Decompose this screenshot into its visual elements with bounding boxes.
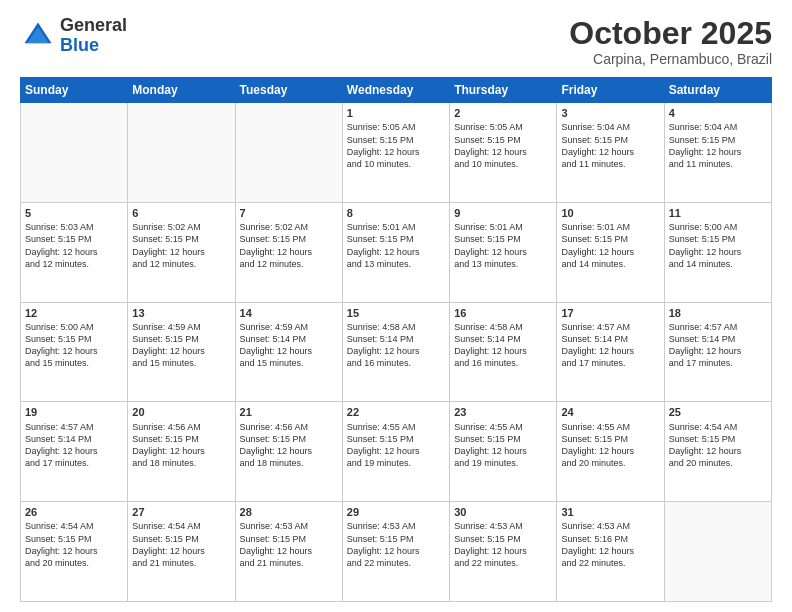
day-info: Sunrise: 4:53 AM Sunset: 5:15 PM Dayligh… [240, 520, 338, 569]
calendar-cell: 4Sunrise: 5:04 AM Sunset: 5:15 PM Daylig… [664, 103, 771, 203]
day-info: Sunrise: 4:53 AM Sunset: 5:15 PM Dayligh… [347, 520, 445, 569]
day-number: 30 [454, 505, 552, 519]
day-number: 22 [347, 405, 445, 419]
day-info: Sunrise: 5:01 AM Sunset: 5:15 PM Dayligh… [347, 221, 445, 270]
day-info: Sunrise: 4:57 AM Sunset: 5:14 PM Dayligh… [561, 321, 659, 370]
calendar-cell [664, 502, 771, 602]
day-info: Sunrise: 5:03 AM Sunset: 5:15 PM Dayligh… [25, 221, 123, 270]
calendar-cell: 22Sunrise: 4:55 AM Sunset: 5:15 PM Dayli… [342, 402, 449, 502]
day-number: 23 [454, 405, 552, 419]
day-info: Sunrise: 5:05 AM Sunset: 5:15 PM Dayligh… [454, 121, 552, 170]
day-number: 16 [454, 306, 552, 320]
day-number: 4 [669, 106, 767, 120]
calendar-cell: 29Sunrise: 4:53 AM Sunset: 5:15 PM Dayli… [342, 502, 449, 602]
calendar-cell: 7Sunrise: 5:02 AM Sunset: 5:15 PM Daylig… [235, 202, 342, 302]
calendar-cell: 17Sunrise: 4:57 AM Sunset: 5:14 PM Dayli… [557, 302, 664, 402]
day-number: 5 [25, 206, 123, 220]
day-number: 2 [454, 106, 552, 120]
calendar-cell: 20Sunrise: 4:56 AM Sunset: 5:15 PM Dayli… [128, 402, 235, 502]
day-number: 27 [132, 505, 230, 519]
day-number: 3 [561, 106, 659, 120]
day-info: Sunrise: 4:54 AM Sunset: 5:15 PM Dayligh… [132, 520, 230, 569]
day-info: Sunrise: 5:04 AM Sunset: 5:15 PM Dayligh… [669, 121, 767, 170]
day-info: Sunrise: 4:58 AM Sunset: 5:14 PM Dayligh… [454, 321, 552, 370]
week-row-4: 19Sunrise: 4:57 AM Sunset: 5:14 PM Dayli… [21, 402, 772, 502]
col-sunday: Sunday [21, 78, 128, 103]
day-number: 24 [561, 405, 659, 419]
day-number: 17 [561, 306, 659, 320]
day-number: 29 [347, 505, 445, 519]
day-info: Sunrise: 5:02 AM Sunset: 5:15 PM Dayligh… [132, 221, 230, 270]
day-number: 9 [454, 206, 552, 220]
calendar-cell: 10Sunrise: 5:01 AM Sunset: 5:15 PM Dayli… [557, 202, 664, 302]
location: Carpina, Pernambuco, Brazil [569, 51, 772, 67]
day-number: 28 [240, 505, 338, 519]
day-number: 31 [561, 505, 659, 519]
day-number: 25 [669, 405, 767, 419]
day-info: Sunrise: 4:53 AM Sunset: 5:16 PM Dayligh… [561, 520, 659, 569]
day-info: Sunrise: 5:01 AM Sunset: 5:15 PM Dayligh… [561, 221, 659, 270]
day-info: Sunrise: 4:59 AM Sunset: 5:15 PM Dayligh… [132, 321, 230, 370]
calendar-cell: 1Sunrise: 5:05 AM Sunset: 5:15 PM Daylig… [342, 103, 449, 203]
day-number: 10 [561, 206, 659, 220]
calendar-cell: 6Sunrise: 5:02 AM Sunset: 5:15 PM Daylig… [128, 202, 235, 302]
calendar-cell: 24Sunrise: 4:55 AM Sunset: 5:15 PM Dayli… [557, 402, 664, 502]
calendar-cell [235, 103, 342, 203]
day-info: Sunrise: 4:54 AM Sunset: 5:15 PM Dayligh… [25, 520, 123, 569]
calendar-cell: 3Sunrise: 5:04 AM Sunset: 5:15 PM Daylig… [557, 103, 664, 203]
calendar-table: Sunday Monday Tuesday Wednesday Thursday… [20, 77, 772, 602]
day-info: Sunrise: 5:04 AM Sunset: 5:15 PM Dayligh… [561, 121, 659, 170]
day-info: Sunrise: 5:00 AM Sunset: 5:15 PM Dayligh… [669, 221, 767, 270]
col-thursday: Thursday [450, 78, 557, 103]
day-number: 7 [240, 206, 338, 220]
day-number: 19 [25, 405, 123, 419]
logo-general: General [60, 15, 127, 35]
logo: General Blue [20, 16, 127, 56]
day-number: 8 [347, 206, 445, 220]
calendar-cell: 8Sunrise: 5:01 AM Sunset: 5:15 PM Daylig… [342, 202, 449, 302]
day-info: Sunrise: 4:57 AM Sunset: 5:14 PM Dayligh… [669, 321, 767, 370]
calendar-cell: 28Sunrise: 4:53 AM Sunset: 5:15 PM Dayli… [235, 502, 342, 602]
calendar-cell: 31Sunrise: 4:53 AM Sunset: 5:16 PM Dayli… [557, 502, 664, 602]
day-info: Sunrise: 5:00 AM Sunset: 5:15 PM Dayligh… [25, 321, 123, 370]
calendar-cell: 15Sunrise: 4:58 AM Sunset: 5:14 PM Dayli… [342, 302, 449, 402]
calendar-cell: 19Sunrise: 4:57 AM Sunset: 5:14 PM Dayli… [21, 402, 128, 502]
calendar-cell: 5Sunrise: 5:03 AM Sunset: 5:15 PM Daylig… [21, 202, 128, 302]
header-row: Sunday Monday Tuesday Wednesday Thursday… [21, 78, 772, 103]
day-info: Sunrise: 5:02 AM Sunset: 5:15 PM Dayligh… [240, 221, 338, 270]
calendar-cell [21, 103, 128, 203]
day-info: Sunrise: 4:58 AM Sunset: 5:14 PM Dayligh… [347, 321, 445, 370]
day-info: Sunrise: 4:53 AM Sunset: 5:15 PM Dayligh… [454, 520, 552, 569]
week-row-2: 5Sunrise: 5:03 AM Sunset: 5:15 PM Daylig… [21, 202, 772, 302]
calendar-cell: 14Sunrise: 4:59 AM Sunset: 5:14 PM Dayli… [235, 302, 342, 402]
calendar-cell: 2Sunrise: 5:05 AM Sunset: 5:15 PM Daylig… [450, 103, 557, 203]
col-saturday: Saturday [664, 78, 771, 103]
calendar-cell: 26Sunrise: 4:54 AM Sunset: 5:15 PM Dayli… [21, 502, 128, 602]
day-number: 12 [25, 306, 123, 320]
day-info: Sunrise: 4:55 AM Sunset: 5:15 PM Dayligh… [454, 421, 552, 470]
day-info: Sunrise: 4:55 AM Sunset: 5:15 PM Dayligh… [561, 421, 659, 470]
calendar-cell: 18Sunrise: 4:57 AM Sunset: 5:14 PM Dayli… [664, 302, 771, 402]
logo-blue: Blue [60, 35, 99, 55]
calendar-cell: 23Sunrise: 4:55 AM Sunset: 5:15 PM Dayli… [450, 402, 557, 502]
month-title: October 2025 [569, 16, 772, 51]
day-info: Sunrise: 4:55 AM Sunset: 5:15 PM Dayligh… [347, 421, 445, 470]
day-number: 14 [240, 306, 338, 320]
calendar-cell: 9Sunrise: 5:01 AM Sunset: 5:15 PM Daylig… [450, 202, 557, 302]
calendar-cell: 16Sunrise: 4:58 AM Sunset: 5:14 PM Dayli… [450, 302, 557, 402]
day-info: Sunrise: 4:56 AM Sunset: 5:15 PM Dayligh… [240, 421, 338, 470]
day-number: 1 [347, 106, 445, 120]
calendar-cell: 30Sunrise: 4:53 AM Sunset: 5:15 PM Dayli… [450, 502, 557, 602]
week-row-3: 12Sunrise: 5:00 AM Sunset: 5:15 PM Dayli… [21, 302, 772, 402]
calendar-cell: 12Sunrise: 5:00 AM Sunset: 5:15 PM Dayli… [21, 302, 128, 402]
day-info: Sunrise: 4:59 AM Sunset: 5:14 PM Dayligh… [240, 321, 338, 370]
day-number: 6 [132, 206, 230, 220]
day-number: 21 [240, 405, 338, 419]
logo-icon [20, 18, 56, 54]
day-info: Sunrise: 5:01 AM Sunset: 5:15 PM Dayligh… [454, 221, 552, 270]
col-tuesday: Tuesday [235, 78, 342, 103]
title-block: October 2025 Carpina, Pernambuco, Brazil [569, 16, 772, 67]
calendar-cell [128, 103, 235, 203]
day-info: Sunrise: 5:05 AM Sunset: 5:15 PM Dayligh… [347, 121, 445, 170]
logo-text: General Blue [60, 16, 127, 56]
